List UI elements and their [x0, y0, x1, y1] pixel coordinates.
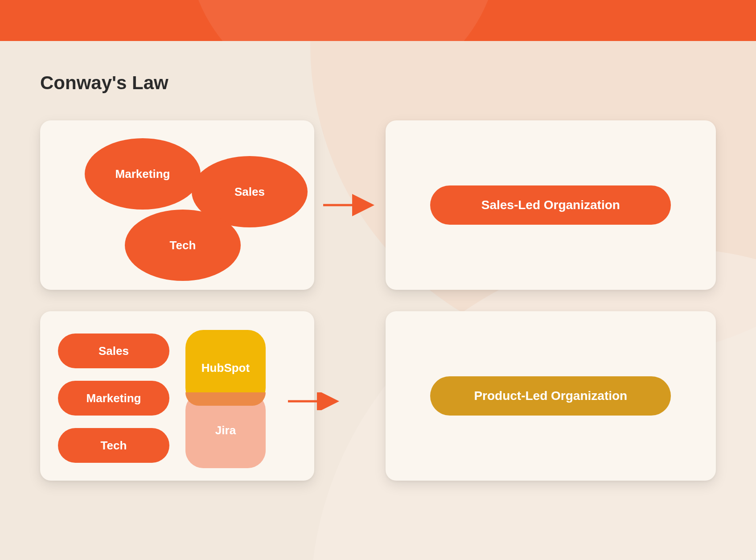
top-banner [0, 0, 756, 41]
pill-label: Marketing [86, 391, 141, 405]
slide-content: Conway's Law Marketing Sales Tech [0, 41, 756, 560]
ellipse-label: Marketing [115, 167, 170, 181]
diagram-row-product-led: Sales Marketing Tech HubSpot [40, 311, 716, 481]
ellipse-tech: Tech [125, 210, 241, 281]
ellipse-label: Sales [234, 185, 265, 199]
pill-label: Sales-Led Organization [481, 198, 620, 212]
card-org-ellipses: Marketing Sales Tech [40, 120, 314, 290]
card-result-product-led: Product-Led Organization [386, 311, 716, 481]
diagram-rows: Marketing Sales Tech [40, 120, 716, 481]
pill-product-led-org: Product-Led Organization [430, 376, 671, 416]
pill-sales: Sales [58, 334, 169, 368]
pill-sales-led-org: Sales-Led Organization [430, 185, 671, 225]
pill-tech: Tech [58, 428, 169, 463]
arrow-right-icon [329, 196, 371, 214]
card-result-sales-led: Sales-Led Organization [386, 120, 716, 290]
card-org-pills-tools: Sales Marketing Tech HubSpot [40, 311, 314, 481]
arrow-right-icon [288, 392, 341, 410]
pill-marketing: Marketing [58, 381, 169, 416]
pill-label: Sales [99, 344, 129, 358]
tool-label: Jira [215, 424, 236, 437]
pill-label: Tech [101, 439, 127, 453]
pill-label: Product-Led Organization [474, 389, 627, 403]
tools-column: HubSpot Jira [185, 330, 275, 464]
diagram-row-sales-led: Marketing Sales Tech [40, 120, 716, 290]
tool-overlap-region [185, 392, 266, 406]
department-column: Sales Marketing Tech [58, 329, 169, 463]
tool-label: HubSpot [201, 361, 250, 375]
slide-title: Conway's Law [40, 72, 716, 94]
ellipse-marketing: Marketing [85, 138, 201, 210]
ellipse-label: Tech [170, 239, 196, 252]
